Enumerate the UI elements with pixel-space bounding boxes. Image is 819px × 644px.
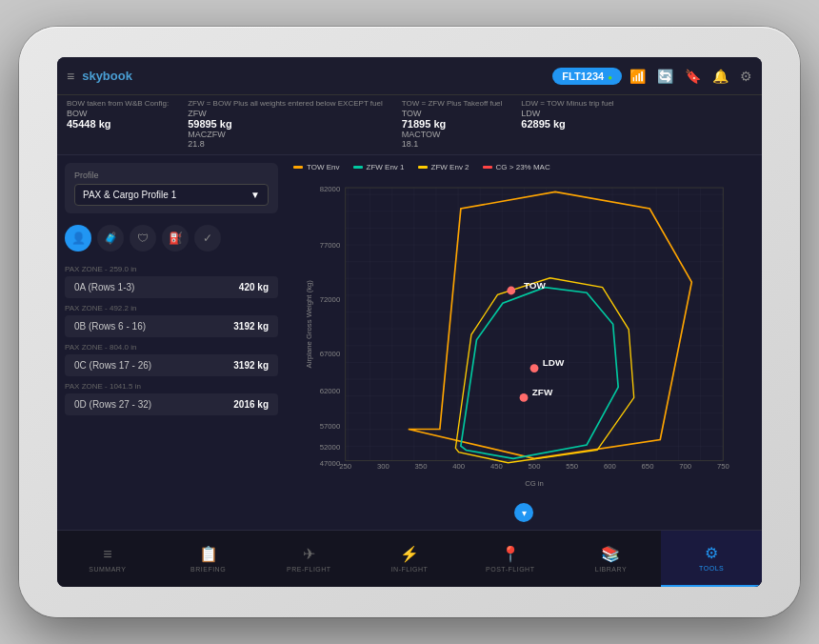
preflight-label: PRE-FLIGHT xyxy=(287,566,331,573)
profile-section: Profile PAX & Cargo Profile 1 ▼ xyxy=(65,163,278,213)
pax-zone-0d-label: PAX ZONE - 1041.5 in xyxy=(65,382,278,391)
x-label-400: 400 xyxy=(452,463,465,472)
zfw-column-label: ZFW = BOW Plus all weights entered below… xyxy=(188,99,383,109)
y-axis-title: Airplane Gross Weight (kg) xyxy=(305,280,313,369)
refresh-icon[interactable]: 🔄 xyxy=(657,69,673,84)
chart-area: TOW Env ZFW Env 1 ZFW Env 2 CG > 23 xyxy=(286,155,762,530)
ldw-label: LDW xyxy=(521,109,613,118)
cg-chart-svg: 82000 77000 72000 67000 62000 57000 5200… xyxy=(293,177,754,513)
postflight-icon: 📍 xyxy=(501,545,520,563)
legend-tow-env-dot xyxy=(293,166,303,169)
content-row: Profile PAX & Cargo Profile 1 ▼ 👤 🧳 🛡 ⛽ … xyxy=(57,155,762,530)
nav-tools[interactable]: ⚙ TOOLS xyxy=(661,531,762,587)
mactow-label: MACTOW xyxy=(402,130,503,139)
pax-zone-0c-row[interactable]: 0C (Rows 17 - 26) 3192 kg xyxy=(65,354,278,376)
pax-zone-0c-name: 0C (Rows 17 - 26) xyxy=(74,360,151,371)
y-label-47000: 47000 xyxy=(320,459,340,468)
ldw-column-label: LDW = TOW Minus trip fuel xyxy=(521,99,613,109)
y-label-52000: 52000 xyxy=(320,444,340,453)
chart-grid xyxy=(346,188,724,460)
data-bar: BOW taken from W&B Config: BOW 45448 kg … xyxy=(57,95,762,155)
hamburger-icon[interactable]: ≡ xyxy=(67,69,74,84)
pax-zone-0b-label: PAX ZONE - 492.2 in xyxy=(65,304,278,312)
pax-zone-0a-name: 0A (Rows 1-3) xyxy=(74,282,134,292)
pax-zone-0d-row[interactable]: 0D (Rows 27 - 32) 2016 kg xyxy=(65,393,278,415)
wifi-icon: 📶 xyxy=(629,69,646,84)
maczfw-label: MACZFW xyxy=(188,130,383,139)
x-label-250: 250 xyxy=(339,463,351,472)
bottom-nav: ≡ SUMMARY 📋 BRIEFING ✈ PRE-FLIGHT ⚡ IN-F… xyxy=(57,530,762,587)
zfw-value: 59895 kg xyxy=(188,118,383,130)
left-panel: Profile PAX & Cargo Profile 1 ▼ 👤 🧳 🛡 ⛽ … xyxy=(57,155,286,530)
profile-dropdown[interactable]: PAX & Cargo Profile 1 ▼ xyxy=(74,184,269,206)
x-label-700: 700 xyxy=(679,463,691,472)
nav-preflight[interactable]: ✈ PRE-FLIGHT xyxy=(258,531,359,587)
profile-value: PAX & Cargo Profile 1 xyxy=(83,190,176,200)
zfw-point xyxy=(520,393,529,402)
legend-zfw-env2: ZFW Env 2 xyxy=(418,163,469,171)
nav-postflight[interactable]: 📍 POST-FLIGHT xyxy=(460,531,561,587)
bow-column: BOW taken from W&B Config: BOW 45448 kg xyxy=(67,99,169,149)
tab-fuel[interactable]: ⛽ xyxy=(162,225,189,252)
legend-tow-env: TOW Env xyxy=(293,163,340,171)
tab-cargo[interactable]: 🧳 xyxy=(97,225,124,252)
nav-library[interactable]: 📚 LIBRARY xyxy=(561,531,662,587)
zfw-point-label: ZFW xyxy=(532,388,553,398)
ldw-value: 62895 kg xyxy=(521,118,613,130)
legend-tow-env-label: TOW Env xyxy=(307,163,340,171)
y-label-67000: 67000 xyxy=(320,351,340,359)
y-label-62000: 62000 xyxy=(320,387,340,395)
profile-label: Profile xyxy=(74,171,269,180)
pax-zone-0a-row[interactable]: 0A (Rows 1-3) 420 kg xyxy=(65,276,278,298)
x-label-550: 550 xyxy=(566,463,578,472)
x-label-300: 300 xyxy=(377,463,390,472)
dropdown-arrow: ▼ xyxy=(250,190,260,200)
nav-briefing[interactable]: 📋 BRIEFING xyxy=(158,531,259,587)
nav-inflight[interactable]: ⚡ IN-FLIGHT xyxy=(359,531,460,587)
tab-shield[interactable]: 🛡 xyxy=(130,225,156,252)
y-label-82000: 82000 xyxy=(320,186,340,194)
inflight-icon: ⚡ xyxy=(400,545,419,563)
tow-value: 71895 kg xyxy=(402,118,503,130)
briefing-icon: 📋 xyxy=(199,545,218,563)
bookmark-icon[interactable]: 🔖 xyxy=(685,69,701,84)
pax-zone-0a-value: 420 kg xyxy=(239,282,269,292)
bow-label: BOW xyxy=(67,109,169,118)
maczfw-value: 21.8 xyxy=(188,139,383,149)
legend-zfw-env1-label: ZFW Env 1 xyxy=(367,163,405,171)
pax-zone-0b-row[interactable]: 0B (Rows 6 - 16) 3192 kg xyxy=(65,315,278,337)
x-label-650: 650 xyxy=(642,463,654,472)
legend-cg-mac-dot xyxy=(483,166,492,169)
pax-zone-0b-value: 3192 kg xyxy=(233,321,269,332)
summary-icon: ≡ xyxy=(103,546,111,563)
tab-icons-row: 👤 🧳 🛡 ⛽ ✓ xyxy=(65,221,278,255)
x-label-750: 750 xyxy=(717,463,729,472)
pax-zones-list: PAX ZONE - 259.0 in 0A (Rows 1-3) 420 kg… xyxy=(65,265,278,415)
tow-column-label: TOW = ZFW Plus Takeoff fuel xyxy=(402,99,503,109)
pax-zone-0d: PAX ZONE - 1041.5 in 0D (Rows 27 - 32) 2… xyxy=(65,382,278,415)
chart-legend: TOW Env ZFW Env 1 ZFW Env 2 CG > 23 xyxy=(293,163,754,171)
nav-summary[interactable]: ≡ SUMMARY xyxy=(57,531,158,587)
chevron-down-button[interactable]: ▾ xyxy=(514,503,533,522)
tab-passengers[interactable]: 👤 xyxy=(65,225,91,252)
ldw-point xyxy=(530,365,539,373)
settings-icon[interactable]: ⚙ xyxy=(740,69,752,84)
legend-cg-mac-label: CG > 23% MAC xyxy=(496,163,550,171)
pax-zone-0b-name: 0B (Rows 6 - 16) xyxy=(74,321,146,332)
tools-icon: ⚙ xyxy=(705,544,718,562)
flight-badge[interactable]: FLT1234 xyxy=(552,68,622,85)
tow-column: TOW = ZFW Plus Takeoff fuel TOW 71895 kg… xyxy=(402,99,503,149)
tools-label: TOOLS xyxy=(699,565,724,572)
tab-check[interactable]: ✓ xyxy=(194,225,221,252)
legend-zfw-env2-dot xyxy=(418,166,428,169)
postflight-label: POST-FLIGHT xyxy=(486,566,534,573)
chart-container: 82000 77000 72000 67000 62000 57000 5200… xyxy=(293,177,754,513)
bell-icon[interactable]: 🔔 xyxy=(712,69,729,84)
zfw-column: ZFW = BOW Plus all weights entered below… xyxy=(188,99,383,149)
legend-cg-mac: CG > 23% MAC xyxy=(483,163,550,171)
pax-zone-0a: PAX ZONE - 259.0 in 0A (Rows 1-3) 420 kg xyxy=(65,265,278,298)
header-icons: 📶 🔄 🔖 🔔 ⚙ xyxy=(629,69,752,84)
x-label-350: 350 xyxy=(415,463,428,472)
pax-zone-0c-label: PAX ZONE - 804.0 in xyxy=(65,343,278,352)
legend-zfw-env1: ZFW Env 1 xyxy=(353,163,405,171)
